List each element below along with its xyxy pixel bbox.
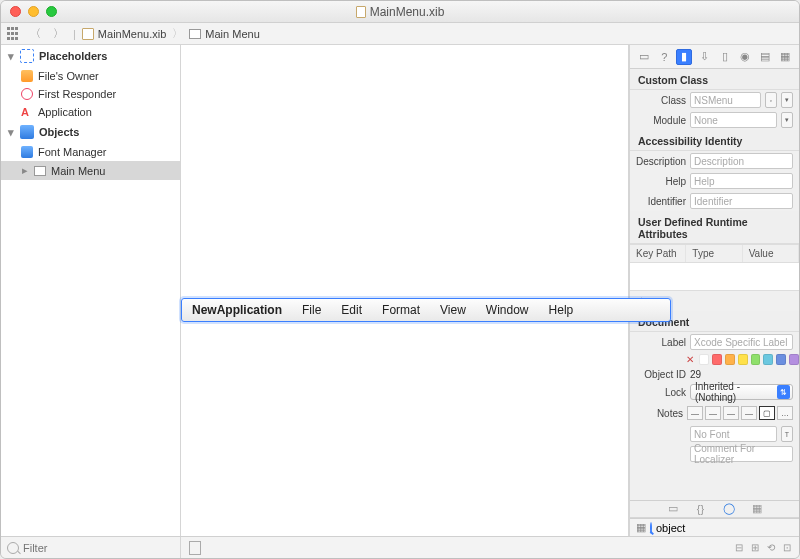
module-dropdown-button[interactable]: ▾ — [781, 112, 793, 128]
runtime-attrs-header: User Defined Runtime Attributes — [630, 211, 799, 244]
swatch[interactable] — [789, 354, 799, 365]
swatch[interactable] — [699, 354, 709, 365]
tab-bindings-inspector[interactable]: ▤ — [757, 49, 773, 65]
doc-label-field[interactable]: Xcode Specific Label — [690, 334, 793, 350]
library-search-input[interactable] — [656, 522, 794, 534]
swatch[interactable] — [776, 354, 786, 365]
pin-button[interactable]: ⊞ — [751, 542, 759, 553]
document-outline[interactable]: ▾ Placeholders File's Owner First Respon… — [1, 45, 181, 536]
outline-item-main-menu[interactable]: ▸Main Menu — [1, 161, 180, 180]
module-field[interactable]: None — [690, 112, 777, 128]
objects-header[interactable]: ▾ Objects — [1, 121, 180, 143]
outline-item-first-responder[interactable]: First Responder — [1, 85, 180, 103]
jumpbar-file[interactable]: MainMenu.xib — [82, 28, 166, 40]
col-value: Value — [743, 245, 799, 262]
jump-bar: 〈 〉 | MainMenu.xib 〉 Main Menu — [1, 23, 799, 45]
tab-size-inspector[interactable]: ▯ — [717, 49, 733, 65]
outline-item-files-owner[interactable]: File's Owner — [1, 67, 180, 85]
nav-forward-button[interactable]: 〉 — [50, 26, 67, 41]
menu-item-format[interactable]: Format — [372, 303, 430, 317]
outline-item-application[interactable]: Application — [1, 103, 180, 121]
notes-color-button[interactable]: ▢ — [759, 406, 775, 420]
outline-item-font-manager[interactable]: Font Manager — [1, 143, 180, 161]
placeholders-header[interactable]: ▾ Placeholders — [1, 45, 180, 67]
menu-item-window[interactable]: Window — [476, 303, 539, 317]
tab-file-inspector[interactable]: ▭ — [636, 49, 652, 65]
canvas[interactable]: NewApplication File Edit Format View Win… — [181, 45, 629, 536]
menu-icon — [189, 29, 201, 39]
close-icon[interactable] — [10, 6, 21, 17]
placeholders-label: Placeholders — [39, 50, 107, 62]
clear-label-icon[interactable]: ✕ — [686, 354, 694, 365]
class-label: Class — [636, 95, 686, 106]
main-menu-preview[interactable]: NewApplication File Edit Format View Win… — [181, 298, 671, 322]
window-controls — [1, 6, 57, 17]
lock-combo[interactable]: Inherited - (Nothing)⇅ — [690, 384, 793, 400]
notes-underline-button[interactable]: — — [723, 406, 739, 420]
acc-id-field[interactable]: Identifier — [690, 193, 793, 209]
swatch[interactable] — [725, 354, 735, 365]
doc-label-label: Label — [636, 337, 686, 348]
class-stepper[interactable]: ◦ — [765, 92, 777, 108]
acc-id-label: Identifier — [636, 196, 686, 207]
tab-code-snippets[interactable]: {} — [694, 502, 708, 516]
notes-align-button[interactable]: — — [741, 406, 757, 420]
related-items-button[interactable] — [7, 27, 21, 41]
notes-italic-button[interactable]: — — [705, 406, 721, 420]
menu-item-app[interactable]: NewApplication — [182, 303, 292, 317]
swatch[interactable] — [712, 354, 722, 365]
swatch[interactable] — [763, 354, 773, 365]
tab-object-library[interactable]: ◯ — [722, 502, 736, 516]
zoom-icon[interactable] — [46, 6, 57, 17]
chevron-updown-icon: ⇅ — [777, 385, 790, 399]
swatch[interactable] — [738, 354, 748, 365]
tab-media-library[interactable]: ▦ — [750, 502, 764, 516]
tab-identity-inspector[interactable]: ▮ — [676, 49, 692, 65]
nav-back-button[interactable]: 〈 — [27, 26, 44, 41]
minimize-icon[interactable] — [28, 6, 39, 17]
resizing-button[interactable]: ⊡ — [783, 542, 791, 553]
chevron-right-icon[interactable]: ▸ — [21, 164, 29, 177]
jumpbar-item[interactable]: Main Menu — [189, 28, 259, 40]
label-color-swatches: ✕ — [630, 352, 799, 367]
menu-item-help[interactable]: Help — [539, 303, 584, 317]
class-dropdown-button[interactable]: ▾ — [781, 92, 793, 108]
library-panel: ▭ {} ◯ ▦ Object - Provides an instance o… — [630, 500, 799, 537]
tab-connections-inspector[interactable]: ◉ — [737, 49, 753, 65]
module-row: Module None ▾ — [630, 110, 799, 130]
localizer-comment-field[interactable]: Comment For Localizer — [690, 446, 793, 462]
files-owner-icon — [21, 70, 33, 82]
tab-quick-help[interactable]: ? — [656, 49, 672, 65]
runtime-attrs-table[interactable]: Key Path Type Value — [630, 244, 799, 263]
grid-view-icon[interactable]: ▦ — [636, 521, 646, 534]
tab-effects-inspector[interactable]: ▦ — [777, 49, 793, 65]
xib-file-icon — [82, 28, 94, 40]
font-field[interactable]: No Font — [690, 426, 777, 442]
font-picker-button[interactable]: T — [781, 426, 793, 442]
custom-class-header: Custom Class — [630, 69, 799, 90]
inspector-tabs: ▭ ? ▮ ⇩ ▯ ◉ ▤ ▦ — [630, 45, 799, 69]
tab-attributes-inspector[interactable]: ⇩ — [696, 49, 712, 65]
tab-file-templates[interactable]: ▭ — [666, 502, 680, 516]
notes-bold-button[interactable]: — — [687, 406, 703, 420]
runtime-attrs-body[interactable] — [630, 263, 799, 291]
acc-desc-field[interactable]: Description — [690, 153, 793, 169]
notes-label: Notes — [636, 408, 683, 419]
main-area: ▾ Placeholders File's Owner First Respon… — [1, 45, 799, 536]
class-field[interactable]: NSMenu — [690, 92, 761, 108]
notes-more-button[interactable]: … — [777, 406, 793, 420]
titlebar: MainMenu.xib — [1, 1, 799, 23]
swatch[interactable] — [751, 354, 761, 365]
accessibility-header: Accessibility Identity — [630, 130, 799, 151]
align-button[interactable]: ⊟ — [735, 542, 743, 553]
menu-item-view[interactable]: View — [430, 303, 476, 317]
acc-help-field[interactable]: Help — [690, 173, 793, 189]
menu-item-edit[interactable]: Edit — [331, 303, 372, 317]
module-label: Module — [636, 115, 686, 126]
menu-item-file[interactable]: File — [292, 303, 331, 317]
outline-filter-input[interactable] — [23, 542, 174, 554]
chevron-down-icon[interactable]: ▾ — [7, 126, 15, 139]
chevron-down-icon[interactable]: ▾ — [7, 50, 15, 63]
toggle-outline-button[interactable] — [189, 541, 201, 555]
resolve-issues-button[interactable]: ⟲ — [767, 542, 775, 553]
